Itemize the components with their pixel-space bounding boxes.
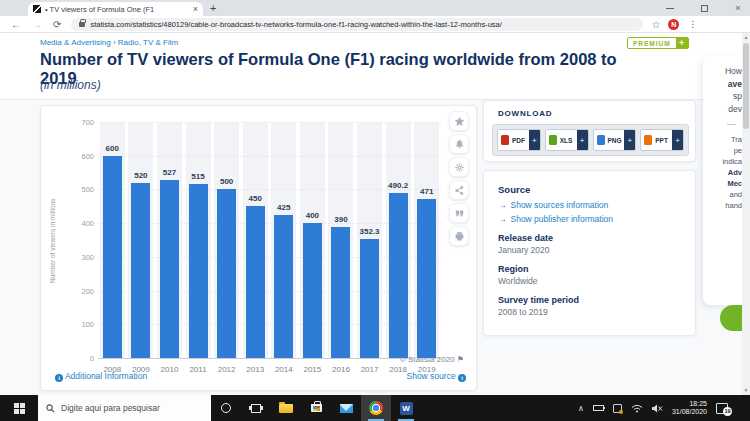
download-button-label: PPT	[655, 137, 672, 144]
source-link[interactable]: →Show publisher information	[498, 214, 681, 224]
download-plus-icon[interactable]: +	[529, 129, 540, 151]
clock-time: 18:25	[672, 400, 707, 409]
bar-2014[interactable]	[274, 215, 293, 358]
scrollbar-thumb[interactable]	[743, 43, 749, 129]
notification-bell-button[interactable]	[449, 134, 469, 154]
download-plus-icon[interactable]: +	[672, 129, 683, 151]
bar-2019[interactable]	[417, 199, 436, 358]
taskbar-cortana-button[interactable]	[211, 395, 241, 421]
teaser-divider	[727, 124, 736, 125]
y-tick-label: 700	[66, 118, 94, 127]
chat-button[interactable]	[720, 305, 744, 331]
notification-bell-icon	[454, 139, 465, 150]
download-ppt-button[interactable]: PPT+	[640, 129, 684, 151]
clock-date: 31/08/2020	[672, 408, 707, 417]
source-field-label: Region	[498, 264, 681, 274]
wifi-icon[interactable]	[631, 404, 643, 413]
bar-2017[interactable]	[360, 239, 379, 358]
settings-gear-icon	[454, 162, 465, 173]
source-link[interactable]: →Show sources information	[498, 200, 681, 210]
windows-taskbar: Digite aqui para pesquisar W ∧ 18:25	[0, 395, 750, 421]
settings-gear-button[interactable]	[449, 157, 469, 177]
screen: • TV viewers of Formula One (F1 × + × ← …	[0, 0, 750, 421]
gridline	[98, 156, 441, 157]
taskbar-word-button[interactable]: W	[391, 395, 421, 421]
bar-value-label: 352.3	[350, 227, 390, 236]
bar-2011[interactable]	[189, 184, 208, 358]
taskbar-file-explorer-button[interactable]	[271, 395, 301, 421]
page-content: Media & Advertising › Radio, TV & Film P…	[0, 33, 750, 395]
y-tick-label: 100	[66, 320, 94, 329]
tab-close-icon[interactable]: ×	[193, 5, 198, 14]
scrollbar-down-icon[interactable]: ▼	[742, 386, 750, 395]
address-bar[interactable]: statista.com/statistics/480129/cable-or-…	[71, 18, 643, 31]
start-button[interactable]	[0, 395, 38, 421]
taskbar-chrome-button[interactable]	[361, 395, 391, 421]
window-maximize-button[interactable]	[698, 2, 710, 14]
download-plus-icon[interactable]: +	[577, 129, 588, 151]
share-button[interactable]	[449, 180, 469, 200]
report-flag-icon[interactable]: ⚑	[457, 355, 464, 364]
print-icon	[454, 231, 465, 242]
volume-muted-icon[interactable]	[652, 404, 663, 413]
window-close-button[interactable]: ×	[732, 2, 744, 14]
taskbar-mail-button[interactable]	[331, 395, 361, 421]
bookmark-star-icon[interactable]: ☆	[651, 19, 660, 30]
taskbar-search[interactable]: Digite aqui para pesquisar	[38, 395, 211, 421]
ppt-file-icon	[644, 135, 652, 145]
browser-tab[interactable]: • TV viewers of Formula One (F1 ×	[28, 2, 203, 16]
forward-icon[interactable]: →	[32, 17, 42, 32]
bar-2016[interactable]	[331, 227, 350, 358]
new-tab-button[interactable]: +	[210, 2, 216, 14]
profile-avatar[interactable]: N	[668, 19, 679, 30]
bar-2012[interactable]	[217, 189, 236, 358]
chart-action-rail	[449, 111, 469, 249]
download-buttons: PDF+XLS+PNG+PPT+	[492, 124, 689, 156]
bar-2008[interactable]	[103, 156, 122, 358]
download-plus-icon[interactable]: +	[624, 129, 635, 151]
bar-2010[interactable]	[160, 180, 179, 358]
bar-2018[interactable]	[389, 193, 408, 358]
premium-badge[interactable]: PREMIUM +	[627, 37, 689, 49]
taskbar-task-view-button[interactable]	[241, 395, 271, 421]
system-tray: ∧ 18:25 31/08/2020 19	[578, 395, 750, 421]
bar-2015[interactable]	[303, 223, 322, 358]
task-view-icon	[251, 404, 261, 413]
windows-logo-icon	[14, 403, 25, 414]
browser-menu-icon[interactable]: ⋮	[688, 19, 697, 29]
taskbar-clock[interactable]: 18:25 31/08/2020	[672, 400, 707, 417]
show-source-link[interactable]: Show source i	[406, 371, 466, 382]
browser-url-bar: ← → ⟳ statista.com/statistics/480129/cab…	[0, 16, 750, 33]
tray-expand-icon[interactable]: ∧	[578, 404, 584, 413]
teaser-text-line: pe	[703, 145, 742, 156]
battery-icon[interactable]	[593, 405, 604, 411]
additional-information-link[interactable]: i Additional Information	[55, 371, 147, 382]
statista-favicon	[33, 5, 41, 13]
bar-2013[interactable]	[246, 206, 265, 358]
back-icon[interactable]: ←	[11, 17, 21, 32]
download-button-label: PNG	[608, 137, 625, 144]
breadcrumb[interactable]: Media & Advertising › Radio, TV & Film	[40, 38, 178, 47]
bar-value-label: 600	[92, 144, 132, 153]
microsoft-store-icon	[311, 404, 322, 412]
app-notification-icon[interactable]	[613, 404, 622, 413]
download-pdf-button[interactable]: PDF+	[497, 129, 541, 151]
action-center-icon[interactable]: 19	[716, 403, 728, 414]
browser-tab-strip: • TV viewers of Formula One (F1 × + ×	[0, 0, 750, 16]
taskbar-store-button[interactable]	[301, 395, 331, 421]
link-arrow-icon: →	[498, 200, 507, 210]
scrollbar-up-icon[interactable]: ▲	[742, 33, 750, 42]
page-title: Number of TV viewers of Formula One (F1)…	[40, 50, 620, 88]
page-scrollbar[interactable]: ▲ ▼	[742, 33, 750, 395]
window-minimize-button[interactable]	[664, 2, 676, 14]
citation-quote-button[interactable]	[449, 203, 469, 223]
y-tick-label: 600	[66, 152, 94, 161]
info-icon: i	[458, 374, 466, 382]
print-button[interactable]	[449, 226, 469, 246]
favorite-star-button[interactable]	[449, 111, 469, 131]
word-icon: W	[400, 402, 413, 415]
download-png-button[interactable]: PNG+	[593, 129, 637, 151]
reload-icon[interactable]: ⟳	[53, 17, 61, 32]
download-xls-button[interactable]: XLS+	[545, 129, 589, 151]
bar-2009[interactable]	[131, 183, 150, 358]
